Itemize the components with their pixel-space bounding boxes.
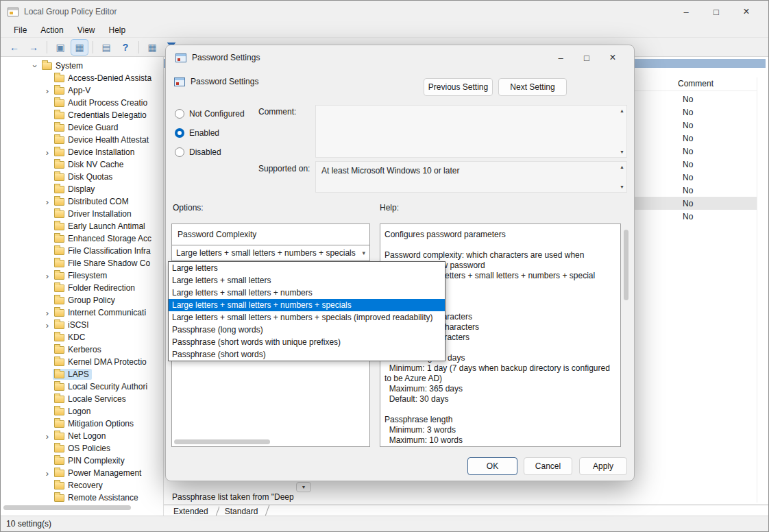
tree-item-audit-process-creatio[interactable]: Audit Process Creatio (1, 97, 163, 109)
tree-item-system[interactable]: › System (1, 60, 163, 72)
tree-item-internet-communicati[interactable]: ›Internet Communicati (1, 306, 163, 319)
scroll-down-icon[interactable]: ▼ (620, 184, 624, 189)
tree-item-kerberos[interactable]: Kerberos (1, 343, 163, 356)
tree-item-iscsi[interactable]: ›iSCSI (1, 319, 163, 331)
table-row[interactable]: No (635, 145, 757, 158)
options-horizontal-scrollbar[interactable] (174, 439, 367, 444)
tree-item-device-installation[interactable]: ›Device Installation (1, 146, 163, 158)
apply-button[interactable]: Apply (579, 457, 627, 475)
window-icon[interactable]: ▣ (52, 40, 69, 55)
minimize-button[interactable]: – (671, 1, 701, 22)
tree-item-logon[interactable]: Logon (1, 405, 163, 418)
ok-button[interactable]: OK (467, 457, 517, 475)
tree-item-filesystem[interactable]: ›Filesystem (1, 269, 163, 282)
tree-item-os-policies[interactable]: OS Policies (1, 442, 163, 455)
help-icon[interactable]: ? (117, 40, 134, 55)
dropdown-option[interactable]: Large letters (169, 262, 445, 274)
tree-item-early-launch-antimal[interactable]: Early Launch Antimal (1, 220, 163, 232)
previous-setting-button[interactable]: Previous Setting (424, 78, 493, 96)
radio-not-configured[interactable]: Not Configured (175, 108, 245, 119)
dialog-close-button[interactable]: × (600, 48, 626, 67)
tree-item-power-management[interactable]: ›Power Management (1, 467, 163, 479)
dropdown-option[interactable]: Large letters + small letters (169, 274, 445, 287)
chevron-right-icon[interactable]: › (42, 148, 53, 157)
table-row[interactable]: No (635, 93, 757, 106)
table-row[interactable]: No (635, 106, 757, 119)
table-row[interactable]: No (635, 158, 757, 171)
tree-item-laps[interactable]: LAPS (1, 368, 163, 380)
scroll-down-icon[interactable]: ▼ (620, 149, 624, 154)
table-icon[interactable]: ▦ (144, 40, 160, 55)
tree-item-credentials-delegatio[interactable]: Credentials Delegatio (1, 109, 163, 121)
table-row[interactable]: No (635, 184, 757, 197)
menu-file[interactable]: File (8, 24, 33, 36)
table-row[interactable]: No (635, 119, 757, 132)
tree-item-display[interactable]: Display (1, 183, 163, 195)
scrollbar-thumb[interactable] (174, 439, 270, 444)
tree-item-distributed-com[interactable]: ›Distributed COM (1, 195, 163, 208)
dropdown-option[interactable]: Passphrase (long words) (169, 324, 445, 336)
table-row[interactable]: No (635, 197, 757, 210)
comment-column-header[interactable]: Comment (635, 76, 757, 91)
help-vertical-scrollbar[interactable] (622, 226, 630, 444)
scroll-up-icon[interactable]: ▲ (620, 108, 624, 113)
dropdown-option[interactable]: Passphrase (short words with unique pref… (169, 336, 445, 348)
radio-disabled[interactable]: Disabled (175, 147, 245, 158)
tree-item-device-guard[interactable]: Device Guard (1, 121, 163, 134)
tree-item-pin-complexity[interactable]: PIN Complexity (1, 455, 163, 467)
radio-enabled[interactable]: Enabled (175, 128, 245, 138)
tree-item-device-health-attestat[interactable]: Device Health Attestat (1, 134, 163, 146)
scroll-up-icon[interactable]: ▲ (620, 165, 624, 169)
tree-item-kernel-dma-protectio[interactable]: Kernel DMA Protectio (1, 356, 163, 368)
tree-item-locale-services[interactable]: Locale Services (1, 393, 163, 405)
tree-item-file-share-shadow-co[interactable]: File Share Shadow Co (1, 257, 163, 269)
scroll-down-button[interactable]: ▼ (296, 482, 311, 492)
export-list-icon[interactable]: ▤ (98, 40, 114, 55)
tree-item-app-v[interactable]: ›App-V (1, 84, 163, 97)
menu-help[interactable]: Help (103, 24, 132, 36)
cancel-button[interactable]: Cancel (524, 457, 572, 475)
next-setting-button[interactable]: Next Setting (498, 78, 567, 96)
menu-action[interactable]: Action (34, 24, 69, 36)
tree-item-enhanced-storage-acc[interactable]: Enhanced Storage Acc (1, 232, 163, 245)
chevron-right-icon[interactable]: › (42, 86, 53, 95)
tree-item-file-classification-infra[interactable]: File Classification Infra (1, 245, 163, 257)
tree-item-mitigation-options[interactable]: Mitigation Options (1, 418, 163, 430)
comment-input[interactable]: ▲ ▼ (315, 105, 627, 158)
dropdown-option[interactable]: Passphrase (short words) (169, 348, 445, 361)
dialog-maximize-button[interactable]: □ (574, 48, 600, 67)
chevron-right-icon[interactable]: › (42, 309, 53, 317)
password-complexity-combobox[interactable]: Large letters + small letters + numbers … (172, 245, 369, 261)
chevron-right-icon[interactable]: › (42, 432, 53, 441)
maximize-button[interactable]: □ (701, 1, 731, 22)
tree-item-disk-quotas[interactable]: Disk Quotas (1, 171, 163, 183)
dropdown-option[interactable]: Large letters + small letters + numbers … (169, 311, 445, 324)
forward-icon[interactable]: → (25, 40, 42, 55)
chevron-right-icon[interactable]: › (42, 321, 53, 330)
dialog-minimize-button[interactable]: – (548, 48, 574, 67)
table-row[interactable]: No (635, 171, 757, 184)
dropdown-option[interactable]: Large letters + small letters + numbers … (169, 299, 445, 311)
tab-standard[interactable]: Standard (219, 505, 269, 516)
tree-item-kdc[interactable]: KDC (1, 331, 163, 343)
chevron-right-icon[interactable]: › (42, 197, 53, 206)
tab-extended[interactable]: Extended (168, 505, 219, 516)
back-icon[interactable]: ← (6, 40, 23, 55)
console-tree-icon[interactable]: ▦ (71, 40, 88, 55)
tree-item-folder-redirection[interactable]: Folder Redirection (1, 282, 163, 294)
tree-item-driver-installation[interactable]: Driver Installation (1, 208, 163, 220)
chevron-right-icon[interactable]: › (42, 271, 53, 280)
dropdown-option[interactable]: Large letters + small letters + numbers (169, 287, 445, 299)
tree-item-access-denied-assista[interactable]: Access-Denied Assista (1, 72, 163, 84)
tree-item-net-logon[interactable]: ›Net Logon (1, 430, 163, 442)
chevron-down-icon[interactable]: › (31, 60, 40, 71)
chevron-right-icon[interactable]: › (42, 469, 53, 478)
table-row[interactable]: No (635, 210, 757, 223)
tree-item-remote-assistance[interactable]: Remote Assistance (1, 492, 163, 504)
tree-horizontal-scrollbar[interactable] (3, 505, 131, 510)
close-button[interactable]: × (731, 1, 761, 22)
tree-item-recovery[interactable]: Recovery (1, 479, 163, 492)
tree-item-local-security-authori[interactable]: Local Security Authori (1, 380, 163, 393)
tree-item-group-policy[interactable]: Group Policy (1, 294, 163, 306)
menu-view[interactable]: View (71, 24, 101, 36)
